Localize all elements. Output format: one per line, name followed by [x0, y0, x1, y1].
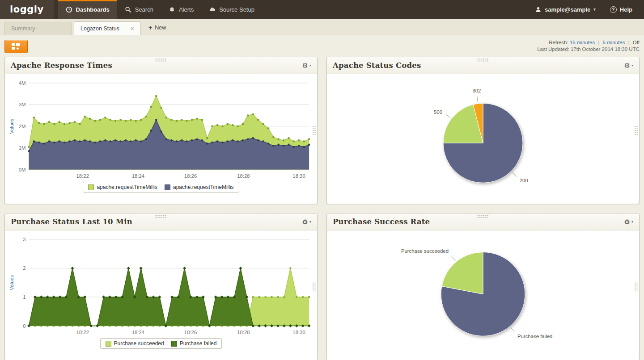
svg-text:1: 1 [23, 294, 25, 300]
user-menu[interactable]: sample@sample ▾ [528, 6, 603, 13]
loggly-logo[interactable]: loggly [0, 0, 54, 19]
dashboard-tabbar: Summary Logazon Status × + New [0, 19, 644, 35]
dashboards-clock-icon [66, 6, 72, 13]
plus-icon: + [148, 24, 152, 31]
svg-text:2M: 2M [19, 124, 26, 129]
resize-grip[interactable] [634, 282, 638, 292]
caret-down-icon: ▾ [631, 220, 633, 224]
pie-chart-svg: 200500302 [330, 78, 636, 194]
panel-title: Purchase Status Last 10 Min [11, 218, 132, 226]
svg-text:1M: 1M [19, 145, 26, 151]
refresh-label: Refresh: [549, 40, 568, 45]
dashboard-toolbar: Refresh: 15 minutes | 5 minutes | Off La… [0, 35, 644, 56]
tab-logazon-status[interactable]: Logazon Status × [74, 21, 141, 35]
legend-item: Purchase failed [171, 340, 217, 347]
panel-title: Purchase Success Rate [333, 218, 430, 226]
panel-settings-button[interactable]: ⚙ ▾ [624, 62, 633, 70]
last-updated: Last Updated: 17th October 2014 18:30 UT… [537, 46, 640, 52]
svg-text:18:28: 18:28 [237, 330, 250, 335]
resize-grip[interactable] [312, 282, 316, 292]
svg-text:18:22: 18:22 [76, 173, 89, 179]
panel-purchase-status: Purchase Status Last 10 Min ⚙ ▾ 012318:2… [4, 213, 318, 360]
gear-icon: ⚙ [302, 62, 308, 70]
nav-alerts[interactable]: Alerts [161, 0, 201, 19]
nav-label: Source Setup [219, 6, 254, 13]
panel-apache-response-times: Apache Response Times ⚙ ▾ 0M1M2M3M4M18:2… [4, 57, 318, 204]
add-widget-button[interactable] [4, 40, 28, 53]
caret-down-icon: ▾ [593, 7, 596, 12]
svg-text:Values: Values [9, 118, 14, 134]
refresh-line: Refresh: 15 minutes | 5 minutes | Off [537, 40, 640, 45]
svg-text:500: 500 [434, 109, 442, 115]
refresh-5-link[interactable]: 5 minutes [603, 40, 625, 45]
drag-handle[interactable] [155, 58, 167, 62]
svg-text:302: 302 [472, 88, 481, 93]
nav-source-setup[interactable]: Source Setup [201, 0, 262, 19]
drag-handle[interactable] [477, 58, 489, 62]
tab-summary[interactable]: Summary [4, 22, 72, 35]
refresh-off-option[interactable]: Off [633, 40, 640, 45]
panel-body: 012318:2218:2418:2618:2818:30Values Purc… [5, 230, 317, 349]
search-icon [125, 6, 131, 13]
resize-grip[interactable] [312, 126, 316, 135]
nav-label: Alerts [179, 6, 194, 13]
help-icon: ? [610, 6, 617, 13]
legend-item: apache.requestTimeMillis [88, 184, 157, 190]
tab-close-icon[interactable]: × [121, 25, 134, 32]
nav-label: Dashboards [76, 6, 110, 13]
refresh-15-link[interactable]: 15 minutes [570, 40, 595, 45]
dashboard-grid: Apache Response Times ⚙ ▾ 0M1M2M3M4M18:2… [0, 56, 644, 360]
panel-settings-button[interactable]: ⚙ ▾ [624, 218, 633, 226]
gear-icon: ⚙ [624, 218, 630, 226]
panel-settings-button[interactable]: ⚙ ▾ [302, 218, 311, 226]
area-chart-svg: 012318:2218:2418:2618:2818:30Values [8, 234, 314, 337]
svg-text:18:28: 18:28 [237, 173, 250, 179]
new-tab-button[interactable]: + New [143, 24, 171, 35]
panel-body: Purchase failedPurchase succeeded [327, 230, 639, 358]
pie-chart: 200500302 [330, 78, 636, 194]
separator: | [598, 40, 599, 45]
caret-down-icon: ▾ [309, 220, 311, 224]
nav-dashboards[interactable]: Dashboards [58, 0, 117, 19]
svg-text:18:24: 18:24 [132, 330, 144, 335]
gear-icon: ⚙ [302, 218, 308, 226]
panel-header: Purchase Status Last 10 Min ⚙ ▾ [5, 213, 317, 230]
svg-text:18:30: 18:30 [292, 173, 305, 179]
help-label: Help [620, 6, 632, 13]
cloud-icon [209, 6, 216, 13]
separator: | [628, 40, 630, 45]
main-nav: Dashboards Search Alerts Source Setup [58, 0, 262, 19]
refresh-area: Refresh: 15 minutes | 5 minutes | Off La… [537, 40, 640, 52]
svg-text:18:26: 18:26 [184, 330, 197, 335]
svg-text:0M: 0M [19, 167, 26, 172]
caret-down-icon: ▾ [309, 63, 311, 67]
nav-search[interactable]: Search [117, 0, 161, 19]
panel-apache-status-codes: Apache Status Codes ⚙ ▾ 200500302 [326, 57, 640, 204]
svg-text:18:22: 18:22 [76, 330, 89, 335]
panel-settings-button[interactable]: ⚙ ▾ [302, 62, 311, 70]
svg-text:18:26: 18:26 [184, 173, 197, 179]
svg-text:Purchase succeeded: Purchase succeeded [401, 248, 449, 254]
bell-icon [169, 6, 175, 13]
panel-purchase-success-rate: Purchase Success Rate ⚙ ▾ Purchase faile… [326, 213, 640, 360]
drag-handle[interactable] [477, 214, 489, 218]
resize-grip[interactable] [634, 126, 638, 135]
gear-icon: ⚙ [624, 62, 630, 70]
svg-text:18:30: 18:30 [292, 330, 305, 335]
svg-text:Values: Values [9, 275, 14, 290]
pie-chart: Purchase failedPurchase succeeded [330, 234, 636, 358]
chart-legend: apache.requestTimeMillisapache.requestTi… [83, 182, 239, 193]
drag-handle[interactable] [155, 214, 167, 218]
panel-body: 0M1M2M3M4M18:2218:2418:2618:2818:30Value… [5, 74, 317, 193]
area-chart: 0M1M2M3M4M18:2218:2418:2618:2818:30Value… [8, 78, 314, 181]
svg-text:2: 2 [23, 265, 25, 271]
area-chart: 012318:2218:2418:2618:2818:30Values [8, 234, 314, 337]
svg-text:3: 3 [23, 237, 25, 242]
user-email: sample@sample [545, 6, 590, 13]
nav-label: Search [135, 6, 153, 13]
help-menu[interactable]: ? Help [603, 6, 640, 13]
panel-header: Purchase Success Rate ⚙ ▾ [327, 213, 639, 230]
pie-chart-svg: Purchase failedPurchase succeeded [330, 234, 636, 358]
svg-text:0: 0 [23, 323, 25, 329]
svg-text:18:24: 18:24 [132, 173, 144, 179]
